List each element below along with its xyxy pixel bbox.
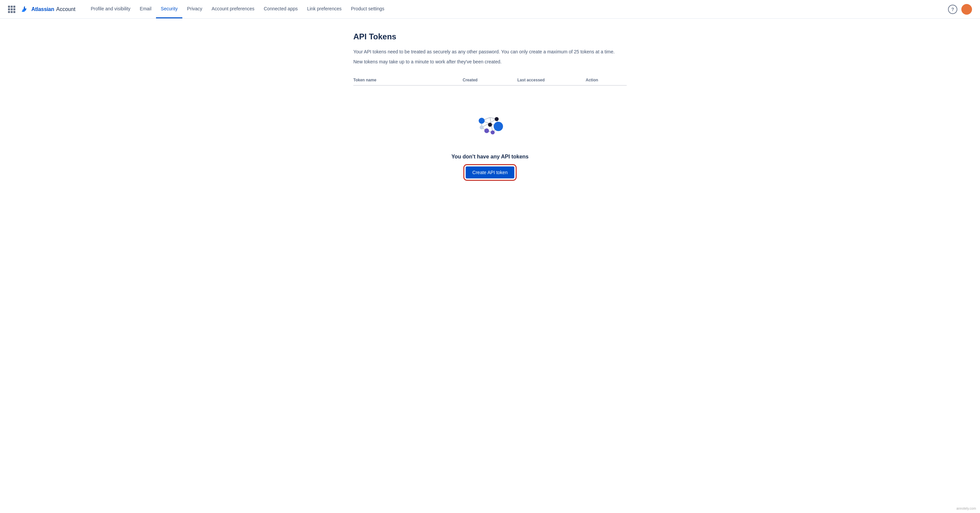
description-2: New tokens may take up to a minute to wo…: [353, 58, 627, 65]
col-last-accessed: Last accessed: [517, 75, 585, 85]
nav-security[interactable]: Security: [156, 0, 182, 18]
apps-grid-icon[interactable]: [8, 6, 15, 13]
svg-point-16: [484, 128, 489, 133]
col-created: Created: [463, 75, 517, 85]
svg-point-15: [488, 123, 492, 127]
table-header-row: Token name Created Last accessed Action: [353, 75, 627, 85]
col-token-name: Token name: [353, 75, 463, 85]
description-1: Your API tokens need to be treated as se…: [353, 48, 627, 55]
nav-connected-apps[interactable]: Connected apps: [259, 0, 302, 18]
top-navigation: Atlassian Account Profile and visibility…: [0, 0, 980, 19]
nav-email[interactable]: Email: [135, 0, 156, 18]
page-title: API Tokens: [353, 32, 627, 41]
nav-links: Profile and visibility Email Security Pr…: [86, 0, 948, 18]
create-api-token-button[interactable]: Create API token: [466, 166, 514, 178]
svg-point-12: [494, 122, 503, 131]
empty-state-message: You don't have any API tokens: [451, 154, 528, 160]
col-action: Action: [585, 75, 627, 85]
token-table: Token name Created Last accessed Action: [353, 75, 627, 86]
help-icon[interactable]: ?: [948, 5, 957, 14]
nav-right: ?: [948, 4, 972, 15]
main-content: API Tokens Your API tokens need to be tr…: [340, 19, 640, 205]
nav-account-preferences[interactable]: Account preferences: [207, 0, 259, 18]
svg-point-14: [480, 126, 484, 129]
nav-link-preferences[interactable]: Link preferences: [302, 0, 346, 18]
svg-point-11: [495, 117, 499, 121]
svg-point-10: [479, 118, 485, 124]
empty-state-illustration: [470, 106, 510, 146]
nav-product-settings[interactable]: Product settings: [346, 0, 389, 18]
nav-privacy[interactable]: Privacy: [182, 0, 207, 18]
atlassian-logo[interactable]: Atlassian Account: [20, 5, 75, 14]
brand-name: Atlassian: [31, 6, 54, 12]
logo-area: Atlassian Account: [8, 5, 75, 14]
empty-state: You don't have any API tokens Create API…: [353, 86, 627, 192]
nav-profile[interactable]: Profile and visibility: [86, 0, 135, 18]
svg-point-13: [491, 131, 495, 134]
avatar[interactable]: [961, 4, 972, 15]
account-label: Account: [56, 6, 75, 12]
